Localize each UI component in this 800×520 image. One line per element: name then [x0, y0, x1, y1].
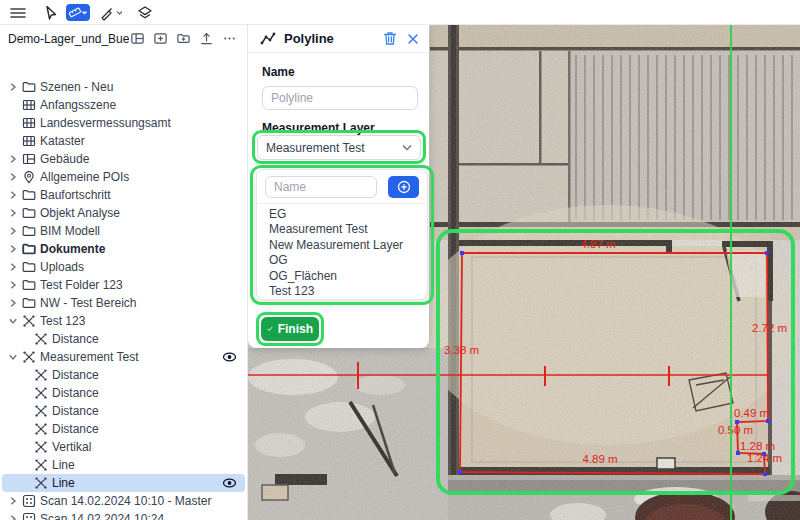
cursor-icon: [44, 5, 59, 21]
chevron-right-icon[interactable]: [8, 514, 22, 520]
measure-icon: [34, 440, 52, 454]
close-icon: [407, 33, 419, 45]
upload-icon[interactable]: [199, 31, 214, 46]
tree-item-label: Measurement Test: [40, 350, 222, 364]
eye-icon[interactable]: [222, 351, 239, 363]
measurement-label: 0.50 m: [718, 424, 753, 436]
new-layer-name-input[interactable]: [265, 176, 377, 198]
tree-item-label: Gebäude: [40, 152, 239, 166]
layer-option-measurement-test[interactable]: Measurement Test: [269, 222, 427, 238]
finish-button[interactable]: Finish: [261, 317, 319, 341]
tree-item-measurement-test[interactable]: Measurement Test: [2, 348, 245, 366]
eye-icon[interactable]: [222, 477, 239, 489]
tree-item-geb-ude[interactable]: Gebäude: [2, 150, 245, 168]
folder-icon: [22, 188, 40, 202]
measure-tool-button[interactable]: [66, 4, 90, 21]
tree-item-kataster[interactable]: Kataster: [2, 132, 245, 150]
measurement-label: 1.28 m: [740, 440, 775, 452]
tree-item-bim-modell[interactable]: BIM Modell: [2, 222, 245, 240]
tree-item-label: Vertikal: [52, 440, 239, 454]
cursor-tool-button[interactable]: [40, 0, 62, 25]
tree-item-scan-14-02-2024-10-24[interactable]: Scan 14.02.2024 10:24: [2, 510, 245, 520]
tree-item-line[interactable]: Line: [2, 474, 245, 492]
tree-item-label: Kataster: [40, 134, 239, 148]
tree-item-objekt-analyse[interactable]: Objekt Analyse: [2, 204, 245, 222]
chevron-right-icon[interactable]: [8, 208, 22, 218]
tree-item-distance[interactable]: Distance: [2, 402, 245, 420]
chevron-right-icon[interactable]: [8, 496, 22, 506]
tree-item-scan-14-02-2024-10-10-master[interactable]: Scan 14.02.2024 10:10 - Master: [2, 492, 245, 510]
tree-item-nw-test-bereich[interactable]: NW - Test Bereich: [2, 294, 245, 312]
tree-item-distance[interactable]: Distance: [2, 366, 245, 384]
layer-option-eg[interactable]: EG: [269, 206, 427, 222]
finish-button-label: Finish: [278, 322, 313, 336]
tree-item-allgemeine-pois[interactable]: Allgemeine POIs: [2, 168, 245, 186]
hamburger-icon: [10, 6, 26, 20]
close-button[interactable]: [407, 33, 419, 45]
measure-icon: [34, 368, 52, 382]
add-layer-button[interactable]: [388, 176, 419, 198]
delete-button[interactable]: [383, 31, 397, 46]
chevron-right-icon[interactable]: [8, 154, 22, 164]
layer-option-og-fl-chen[interactable]: OG_Flächen: [269, 268, 427, 284]
measurement-layer-label: Measurement Layer: [262, 121, 375, 135]
chevron-right-icon[interactable]: [8, 226, 22, 236]
app-window: 4.87 m 2.72 m 0.49 m 0.50 m 1.28 m 1.24 …: [0, 0, 800, 520]
plus-circle-icon: [397, 180, 411, 194]
tree-item-distance[interactable]: Distance: [2, 330, 245, 348]
pen-tool-button[interactable]: [98, 0, 126, 25]
measure-icon: [34, 458, 52, 472]
tree-item-dokumente[interactable]: Dokumente: [2, 240, 245, 258]
top-toolbar: [0, 0, 800, 25]
chevron-down-icon[interactable]: [8, 352, 22, 362]
chevron-right-icon[interactable]: [8, 262, 22, 272]
measure-icon: [34, 422, 52, 436]
sidebar: Demo-Lager_und_Bueroge...: [0, 25, 248, 520]
tree-item-szenen-neu[interactable]: Szenen - Neu: [2, 78, 245, 96]
selected-layer-value: Measurement Test: [266, 141, 402, 155]
tree-item-label: Allgemeine POIs: [40, 170, 239, 184]
measure-icon: [34, 404, 52, 418]
chevron-down-icon[interactable]: [8, 316, 22, 326]
chevron-right-icon[interactable]: [8, 280, 22, 290]
measurement-label: 2.72 m: [752, 322, 787, 334]
name-input[interactable]: [262, 86, 418, 110]
measurement-label: 1.24 m: [747, 452, 782, 464]
tree-item-label: Anfangsszene: [40, 98, 239, 112]
tree-item-baufortschritt[interactable]: Baufortschritt: [2, 186, 245, 204]
scan-icon: [22, 494, 40, 508]
scene-icon: [22, 116, 40, 130]
chevron-right-icon[interactable]: [8, 298, 22, 308]
chevron-right-icon[interactable]: [8, 172, 22, 182]
menu-button[interactable]: [6, 0, 30, 25]
tree-item-test-123[interactable]: Test 123: [2, 312, 245, 330]
add-folder-icon[interactable]: [176, 31, 191, 46]
tree-item-vertikal[interactable]: Vertikal: [2, 438, 245, 456]
folder-icon: [22, 224, 40, 238]
chevron-right-icon[interactable]: [8, 244, 22, 254]
layer-option-new-measurement-layer[interactable]: New Measurement Layer: [269, 237, 427, 253]
layer-option-test-123[interactable]: Test 123: [269, 284, 427, 300]
measure-icon: [22, 314, 40, 328]
check-icon: [267, 324, 273, 334]
tree-item-line[interactable]: Line: [2, 456, 245, 474]
tree-item-distance[interactable]: Distance: [2, 384, 245, 402]
tree-item-label: Distance: [52, 404, 239, 418]
measurement-layer-select[interactable]: Measurement Test: [257, 135, 421, 160]
layer-option-og[interactable]: OG: [269, 253, 427, 269]
more-icon[interactable]: [222, 31, 237, 46]
tree-item-uploads[interactable]: Uploads: [2, 258, 245, 276]
name-label: Name: [262, 65, 295, 79]
chevron-right-icon[interactable]: [8, 190, 22, 200]
measurement-label: 3.38 m: [444, 344, 479, 356]
add-frame-icon[interactable]: [153, 31, 168, 46]
tree-item-test-folder-123[interactable]: Test Folder 123: [2, 276, 245, 294]
chevron-right-icon[interactable]: [8, 82, 22, 92]
layout-icon: [22, 152, 40, 166]
tree-item-landesvermessungsamt[interactable]: Landesvermessungsamt: [2, 114, 245, 132]
tree-item-anfangsszene[interactable]: Anfangsszene: [2, 96, 245, 114]
layout-panels-icon[interactable]: [130, 31, 145, 46]
scene-icon: [22, 98, 40, 112]
tree-item-distance[interactable]: Distance: [2, 420, 245, 438]
layers-button[interactable]: [134, 0, 156, 25]
